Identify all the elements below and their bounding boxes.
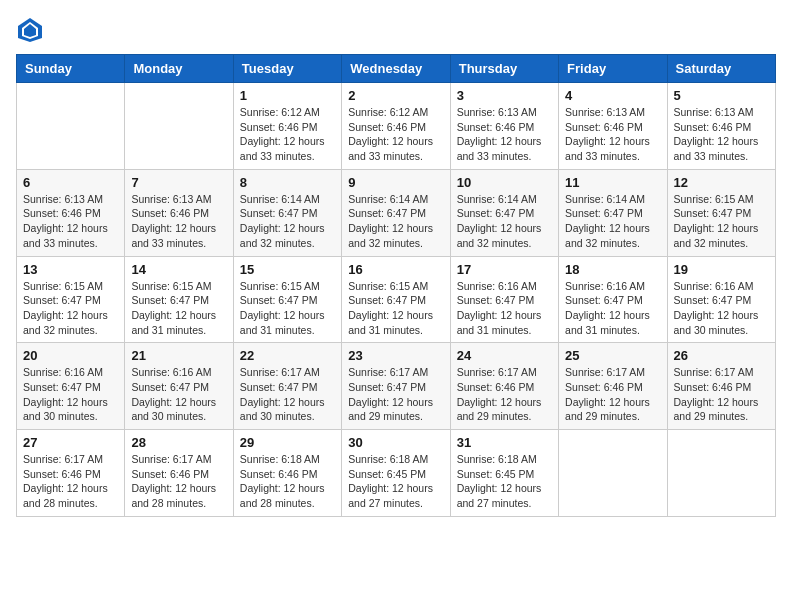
day-info: Sunrise: 6:16 AM Sunset: 6:47 PM Dayligh… <box>131 365 226 424</box>
day-info: Sunrise: 6:16 AM Sunset: 6:47 PM Dayligh… <box>457 279 552 338</box>
calendar-cell: 9Sunrise: 6:14 AM Sunset: 6:47 PM Daylig… <box>342 169 450 256</box>
calendar-cell: 25Sunrise: 6:17 AM Sunset: 6:46 PM Dayli… <box>559 343 667 430</box>
day-info: Sunrise: 6:17 AM Sunset: 6:47 PM Dayligh… <box>240 365 335 424</box>
calendar-header-row: SundayMondayTuesdayWednesdayThursdayFrid… <box>17 55 776 83</box>
day-info: Sunrise: 6:18 AM Sunset: 6:45 PM Dayligh… <box>348 452 443 511</box>
day-number: 3 <box>457 88 552 103</box>
day-number: 29 <box>240 435 335 450</box>
day-number: 18 <box>565 262 660 277</box>
calendar-cell: 27Sunrise: 6:17 AM Sunset: 6:46 PM Dayli… <box>17 430 125 517</box>
calendar-cell: 31Sunrise: 6:18 AM Sunset: 6:45 PM Dayli… <box>450 430 558 517</box>
day-header-sunday: Sunday <box>17 55 125 83</box>
day-header-friday: Friday <box>559 55 667 83</box>
day-info: Sunrise: 6:13 AM Sunset: 6:46 PM Dayligh… <box>23 192 118 251</box>
day-number: 6 <box>23 175 118 190</box>
calendar-cell: 20Sunrise: 6:16 AM Sunset: 6:47 PM Dayli… <box>17 343 125 430</box>
day-info: Sunrise: 6:15 AM Sunset: 6:47 PM Dayligh… <box>23 279 118 338</box>
day-header-monday: Monday <box>125 55 233 83</box>
calendar-cell: 12Sunrise: 6:15 AM Sunset: 6:47 PM Dayli… <box>667 169 775 256</box>
calendar-cell: 21Sunrise: 6:16 AM Sunset: 6:47 PM Dayli… <box>125 343 233 430</box>
day-number: 25 <box>565 348 660 363</box>
calendar-cell: 14Sunrise: 6:15 AM Sunset: 6:47 PM Dayli… <box>125 256 233 343</box>
day-info: Sunrise: 6:16 AM Sunset: 6:47 PM Dayligh… <box>674 279 769 338</box>
day-info: Sunrise: 6:12 AM Sunset: 6:46 PM Dayligh… <box>240 105 335 164</box>
day-info: Sunrise: 6:17 AM Sunset: 6:46 PM Dayligh… <box>565 365 660 424</box>
day-number: 24 <box>457 348 552 363</box>
day-number: 15 <box>240 262 335 277</box>
calendar-table: SundayMondayTuesdayWednesdayThursdayFrid… <box>16 54 776 517</box>
day-info: Sunrise: 6:14 AM Sunset: 6:47 PM Dayligh… <box>348 192 443 251</box>
calendar-cell: 2Sunrise: 6:12 AM Sunset: 6:46 PM Daylig… <box>342 83 450 170</box>
day-number: 20 <box>23 348 118 363</box>
calendar-cell: 3Sunrise: 6:13 AM Sunset: 6:46 PM Daylig… <box>450 83 558 170</box>
day-info: Sunrise: 6:15 AM Sunset: 6:47 PM Dayligh… <box>674 192 769 251</box>
calendar-cell: 1Sunrise: 6:12 AM Sunset: 6:46 PM Daylig… <box>233 83 341 170</box>
day-number: 22 <box>240 348 335 363</box>
day-number: 27 <box>23 435 118 450</box>
day-number: 7 <box>131 175 226 190</box>
day-info: Sunrise: 6:16 AM Sunset: 6:47 PM Dayligh… <box>23 365 118 424</box>
calendar-cell: 6Sunrise: 6:13 AM Sunset: 6:46 PM Daylig… <box>17 169 125 256</box>
calendar-week-row: 1Sunrise: 6:12 AM Sunset: 6:46 PM Daylig… <box>17 83 776 170</box>
day-info: Sunrise: 6:14 AM Sunset: 6:47 PM Dayligh… <box>240 192 335 251</box>
calendar-cell: 5Sunrise: 6:13 AM Sunset: 6:46 PM Daylig… <box>667 83 775 170</box>
day-number: 23 <box>348 348 443 363</box>
calendar-cell: 17Sunrise: 6:16 AM Sunset: 6:47 PM Dayli… <box>450 256 558 343</box>
calendar-cell: 13Sunrise: 6:15 AM Sunset: 6:47 PM Dayli… <box>17 256 125 343</box>
day-number: 4 <box>565 88 660 103</box>
day-number: 17 <box>457 262 552 277</box>
calendar-cell: 24Sunrise: 6:17 AM Sunset: 6:46 PM Dayli… <box>450 343 558 430</box>
day-number: 19 <box>674 262 769 277</box>
calendar-cell <box>125 83 233 170</box>
day-number: 30 <box>348 435 443 450</box>
calendar-cell: 18Sunrise: 6:16 AM Sunset: 6:47 PM Dayli… <box>559 256 667 343</box>
day-info: Sunrise: 6:15 AM Sunset: 6:47 PM Dayligh… <box>131 279 226 338</box>
day-info: Sunrise: 6:14 AM Sunset: 6:47 PM Dayligh… <box>457 192 552 251</box>
calendar-cell: 29Sunrise: 6:18 AM Sunset: 6:46 PM Dayli… <box>233 430 341 517</box>
day-number: 16 <box>348 262 443 277</box>
day-info: Sunrise: 6:18 AM Sunset: 6:46 PM Dayligh… <box>240 452 335 511</box>
day-info: Sunrise: 6:15 AM Sunset: 6:47 PM Dayligh… <box>240 279 335 338</box>
day-number: 10 <box>457 175 552 190</box>
day-info: Sunrise: 6:17 AM Sunset: 6:46 PM Dayligh… <box>674 365 769 424</box>
calendar-cell <box>559 430 667 517</box>
calendar-cell: 4Sunrise: 6:13 AM Sunset: 6:46 PM Daylig… <box>559 83 667 170</box>
day-number: 28 <box>131 435 226 450</box>
calendar-cell: 30Sunrise: 6:18 AM Sunset: 6:45 PM Dayli… <box>342 430 450 517</box>
day-number: 12 <box>674 175 769 190</box>
day-number: 13 <box>23 262 118 277</box>
calendar-week-row: 20Sunrise: 6:16 AM Sunset: 6:47 PM Dayli… <box>17 343 776 430</box>
day-info: Sunrise: 6:13 AM Sunset: 6:46 PM Dayligh… <box>674 105 769 164</box>
calendar-cell <box>17 83 125 170</box>
day-info: Sunrise: 6:14 AM Sunset: 6:47 PM Dayligh… <box>565 192 660 251</box>
day-number: 11 <box>565 175 660 190</box>
day-info: Sunrise: 6:13 AM Sunset: 6:46 PM Dayligh… <box>457 105 552 164</box>
calendar-week-row: 27Sunrise: 6:17 AM Sunset: 6:46 PM Dayli… <box>17 430 776 517</box>
page-header <box>16 16 776 44</box>
day-info: Sunrise: 6:16 AM Sunset: 6:47 PM Dayligh… <box>565 279 660 338</box>
day-header-thursday: Thursday <box>450 55 558 83</box>
calendar-week-row: 6Sunrise: 6:13 AM Sunset: 6:46 PM Daylig… <box>17 169 776 256</box>
day-header-wednesday: Wednesday <box>342 55 450 83</box>
day-number: 9 <box>348 175 443 190</box>
calendar-cell: 11Sunrise: 6:14 AM Sunset: 6:47 PM Dayli… <box>559 169 667 256</box>
day-info: Sunrise: 6:12 AM Sunset: 6:46 PM Dayligh… <box>348 105 443 164</box>
calendar-cell: 8Sunrise: 6:14 AM Sunset: 6:47 PM Daylig… <box>233 169 341 256</box>
calendar-cell: 15Sunrise: 6:15 AM Sunset: 6:47 PM Dayli… <box>233 256 341 343</box>
logo-icon <box>16 16 44 44</box>
calendar-cell <box>667 430 775 517</box>
day-number: 5 <box>674 88 769 103</box>
calendar-cell: 23Sunrise: 6:17 AM Sunset: 6:47 PM Dayli… <box>342 343 450 430</box>
day-number: 8 <box>240 175 335 190</box>
day-number: 21 <box>131 348 226 363</box>
day-info: Sunrise: 6:13 AM Sunset: 6:46 PM Dayligh… <box>565 105 660 164</box>
calendar-cell: 7Sunrise: 6:13 AM Sunset: 6:46 PM Daylig… <box>125 169 233 256</box>
day-info: Sunrise: 6:17 AM Sunset: 6:47 PM Dayligh… <box>348 365 443 424</box>
day-info: Sunrise: 6:18 AM Sunset: 6:45 PM Dayligh… <box>457 452 552 511</box>
day-info: Sunrise: 6:17 AM Sunset: 6:46 PM Dayligh… <box>131 452 226 511</box>
logo <box>16 16 48 44</box>
day-number: 26 <box>674 348 769 363</box>
day-number: 14 <box>131 262 226 277</box>
day-info: Sunrise: 6:15 AM Sunset: 6:47 PM Dayligh… <box>348 279 443 338</box>
calendar-cell: 26Sunrise: 6:17 AM Sunset: 6:46 PM Dayli… <box>667 343 775 430</box>
